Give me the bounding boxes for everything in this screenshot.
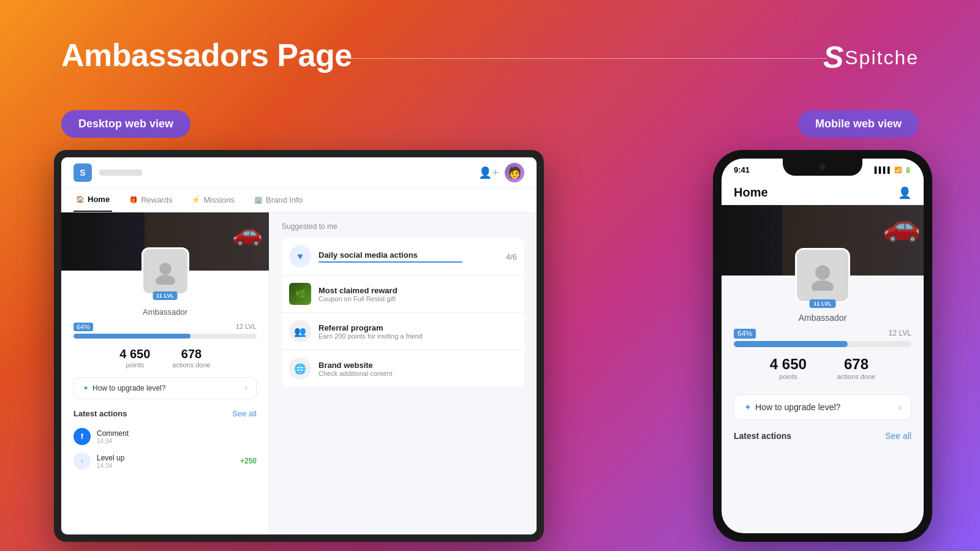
tab-missions[interactable]: ⚡ Missions [189, 188, 237, 212]
suggested-title: Suggested to me [282, 222, 524, 231]
add-friend-icon[interactable]: 👤+ [478, 166, 499, 179]
see-all-button[interactable]: See all [232, 409, 257, 418]
tab-home[interactable]: 🏠 Home [74, 188, 112, 212]
progress-percent: 64% [74, 323, 93, 331]
svg-point-1 [156, 275, 175, 285]
tab-rewards[interactable]: 🎁 Rewards [127, 188, 175, 212]
heart-icon: ♥ [289, 246, 311, 268]
phone-avatar [795, 248, 850, 303]
tablet-logo-box: S [74, 163, 92, 182]
phone-see-all[interactable]: See all [885, 431, 911, 441]
tablet-navbar: S 👤+ 🧑 [61, 157, 537, 188]
globe-icon: 🌐 [289, 358, 311, 380]
latest-actions-title: Latest actions [74, 409, 127, 418]
action-item-levelup: ↑ Level up 14:34 +250 [61, 449, 269, 473]
svg-point-0 [159, 263, 172, 275]
profile-avatar [141, 247, 189, 295]
tablet-tab-bar: 🏠 Home 🎁 Rewards ⚡ Missions 🏢 Brand Info [61, 188, 537, 212]
points-stat: 4 650 points [119, 347, 150, 369]
people-icon: 👥 [289, 320, 311, 342]
suggestion-most-claimed[interactable]: 🌿 Most claimed reward Coupon on Full Res… [282, 276, 524, 313]
phone-notch [783, 159, 862, 176]
phone-next-level: 12 LVL [889, 329, 911, 339]
phone-title: Home [734, 186, 768, 200]
phone-frame: 9:41 ▌▌▌▌ 📶 🔋 Home 👤 🚗 [713, 150, 932, 542]
phone-content: 🚗 11 LVL Ambassador [722, 205, 924, 533]
phone-level-badge: 11 LVL [810, 299, 836, 308]
tablet-frame: S 👤+ 🧑 🏠 Home 🎁 Rewards ⚡ [54, 150, 544, 542]
battery-icon: 🔋 [904, 167, 911, 173]
svg-point-3 [812, 280, 834, 291]
profile-name: Ambassador [143, 307, 187, 317]
phone-progress-pct: 64% [734, 329, 756, 339]
suggestion-daily-actions[interactable]: ♥ Daily social media actions 4/6 [282, 238, 524, 276]
phone-profile-name: Ambassador [799, 313, 847, 323]
phone-actions: 678 actions done [837, 356, 875, 380]
user-avatar[interactable]: 🧑 [505, 163, 524, 182]
phone-header: Home 👤 [722, 181, 924, 205]
leaf-icon: 🌿 [289, 283, 311, 305]
header-divider [349, 58, 827, 59]
phone-points: 4 650 points [770, 356, 807, 380]
svg-point-2 [815, 265, 830, 280]
page-title: Ambassadors Page [61, 37, 352, 73]
wifi-icon: 📶 [894, 167, 902, 173]
desktop-view-label: Desktop web view [61, 110, 190, 138]
suggestion-brand-website[interactable]: 🌐 Brand website Check additional content [282, 350, 524, 387]
phone-screen: 9:41 ▌▌▌▌ 📶 🔋 Home 👤 🚗 [722, 159, 924, 533]
upgrade-level-row[interactable]: ✦ How to upgrade level? › [74, 377, 257, 399]
next-level: 12 LVL [236, 323, 257, 331]
phone-upgrade-row[interactable]: ✦ How to upgrade level? › [734, 394, 911, 420]
phone-profile-icon[interactable]: 👤 [898, 186, 911, 200]
action-item-comment: f Comment 14:34 [61, 424, 269, 449]
signal-icon: ▌▌▌▌ [875, 167, 892, 173]
logo: S Spitche [823, 40, 919, 75]
mobile-view-label: Mobile web view [798, 110, 919, 138]
tab-brand-info[interactable]: 🏢 Brand Info [252, 188, 305, 212]
profile-panel: 🚗 11 LVL Ambassador [61, 212, 270, 534]
status-time: 9:41 [734, 165, 750, 174]
suggestions-panel: Suggested to me ♥ Daily social media act… [270, 212, 537, 534]
tablet-screen: S 👤+ 🧑 🏠 Home 🎁 Rewards ⚡ [61, 157, 537, 534]
level-badge: 11 LVL [153, 291, 178, 300]
actions-stat: 678 actions done [172, 347, 210, 369]
suggestion-referral[interactable]: 👥 Referral program Earn 200 points for i… [282, 313, 524, 350]
phone-latest-title: Latest actions [734, 431, 791, 441]
